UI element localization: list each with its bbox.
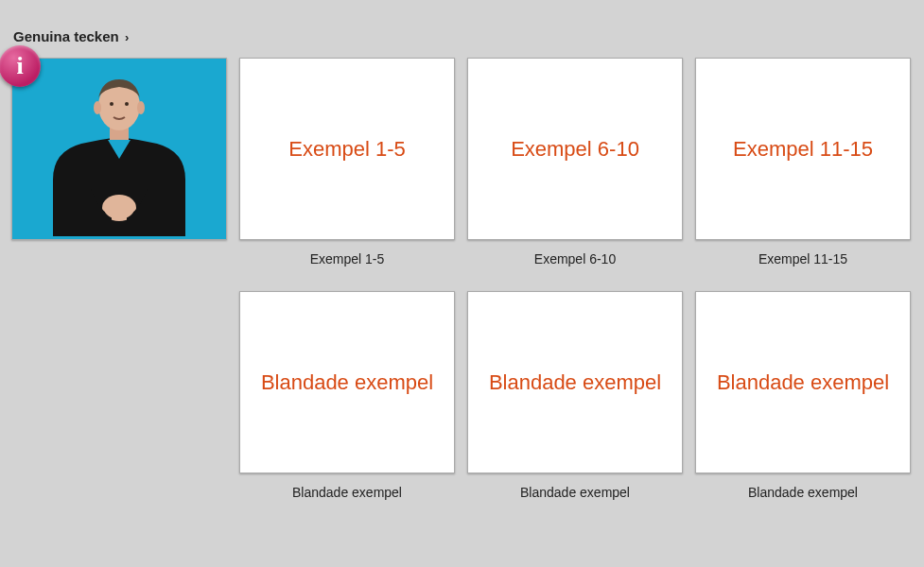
tile-title: Exempel 11-15 — [727, 137, 879, 162]
tile-title: Exempel 6-10 — [505, 137, 645, 162]
intro-video-tile[interactable]: i — [11, 58, 227, 240]
svg-point-3 — [137, 101, 145, 114]
tile-exempel-6-10[interactable]: Exempel 6-10 — [467, 58, 683, 240]
tile-title: Blandade exempel — [255, 370, 439, 395]
tile-exempel-1-5[interactable]: Exempel 1-5 — [239, 58, 455, 240]
tile-blandade-1[interactable]: Blandade exempel — [239, 291, 455, 473]
tile-title: Exempel 1-5 — [283, 137, 411, 162]
svg-point-4 — [110, 102, 113, 106]
tile-exempel-11-15[interactable]: Exempel 11-15 — [695, 58, 911, 240]
breadcrumb-label: Genuina tecken — [13, 28, 119, 44]
tile-title: Blandade exempel — [483, 370, 667, 395]
tile-caption: Blandade exempel — [520, 485, 630, 500]
tile-caption: Blandade exempel — [292, 485, 402, 500]
tile-caption: Exempel 6-10 — [534, 251, 616, 266]
svg-point-5 — [125, 102, 129, 106]
tile-blandade-3[interactable]: Blandade exempel — [695, 291, 911, 473]
chevron-right-icon: › — [125, 30, 129, 44]
tile-blandade-2[interactable]: Blandade exempel — [467, 291, 683, 473]
svg-point-2 — [94, 101, 101, 114]
breadcrumb[interactable]: Genuina tecken › — [13, 28, 913, 44]
tile-title: Blandade exempel — [711, 370, 895, 395]
tile-grid: i — [11, 58, 913, 500]
svg-point-7 — [104, 197, 134, 219]
tile-caption: Exempel 11-15 — [758, 251, 847, 266]
tile-caption: Blandade exempel — [748, 485, 858, 500]
tile-caption: Exempel 1-5 — [310, 251, 385, 266]
info-icon-glyph: i — [16, 52, 23, 80]
info-icon[interactable]: i — [0, 45, 41, 87]
video-thumbnail — [15, 61, 223, 236]
person-illustration — [34, 66, 204, 236]
